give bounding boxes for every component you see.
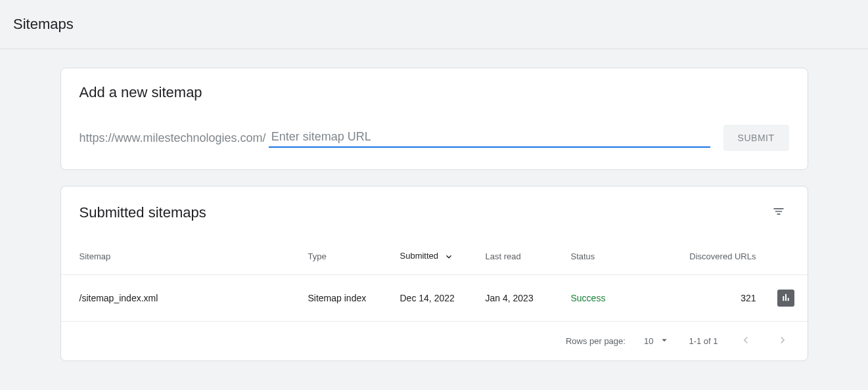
col-header-status[interactable]: Status [560, 232, 652, 275]
pagination: Rows per page: 10 1-1 of 1 [61, 322, 808, 360]
arrow-down-icon [444, 250, 454, 263]
col-header-submitted[interactable]: Submitted [390, 232, 475, 275]
submitted-sitemaps-heading: Submitted sitemaps [80, 204, 206, 221]
page-title: Sitemaps [13, 16, 855, 33]
col-header-last-read[interactable]: Last read [475, 232, 560, 275]
cell-sitemap: /sitemap_index.xml [61, 275, 298, 322]
col-header-sitemap[interactable]: Sitemap [61, 232, 298, 275]
cell-submitted: Dec 14, 2022 [390, 275, 475, 322]
bar-chart-icon [781, 292, 791, 305]
prev-page-button[interactable] [737, 331, 755, 351]
cell-type: Sitemap index [298, 275, 390, 322]
sitemaps-table: Sitemap Type Submitted Last read Status … [61, 232, 808, 322]
pagination-range: 1-1 of 1 [689, 336, 718, 346]
filter-icon [772, 210, 785, 220]
col-header-submitted-label: Submitted [400, 251, 439, 261]
submit-button[interactable]: SUBMIT [723, 125, 789, 151]
dropdown-icon [658, 334, 670, 348]
table-row[interactable]: /sitemap_index.xml Sitemap index Dec 14,… [61, 275, 808, 322]
cell-status: Success [560, 275, 652, 322]
rows-per-page-select[interactable]: 10 [644, 334, 670, 348]
rows-per-page-label: Rows per page: [566, 336, 626, 346]
chevron-right-icon [776, 339, 789, 349]
url-prefix: https://www.milestechnologies.com/ [80, 131, 266, 145]
cell-last-read: Jan 4, 2023 [475, 275, 560, 322]
next-page-button[interactable] [773, 331, 792, 351]
filter-button[interactable] [768, 201, 789, 224]
sitemap-url-input[interactable] [269, 129, 710, 148]
view-chart-button[interactable] [777, 290, 794, 307]
rows-per-page-value: 10 [644, 336, 653, 346]
add-sitemap-card: Add a new sitemap https://www.milestechn… [60, 68, 808, 170]
cell-discovered: 321 [652, 275, 767, 322]
submitted-sitemaps-card: Submitted sitemaps Sitemap Type Submitte… [60, 186, 808, 361]
col-header-type[interactable]: Type [298, 232, 390, 275]
chevron-left-icon [739, 339, 752, 349]
col-header-discovered[interactable]: Discovered URLs [652, 232, 767, 275]
add-sitemap-heading: Add a new sitemap [80, 84, 789, 101]
